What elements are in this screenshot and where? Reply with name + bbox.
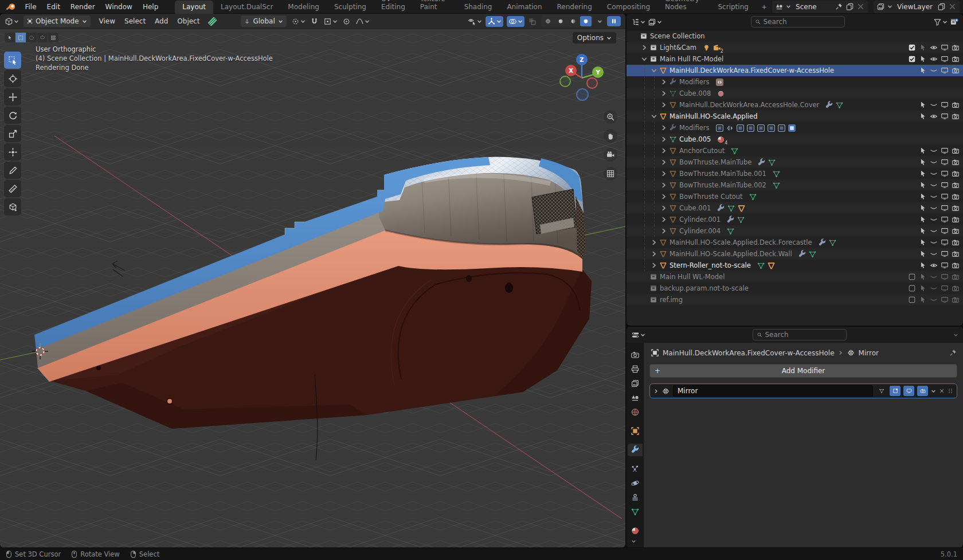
- selectable-toggle[interactable]: [918, 216, 927, 224]
- viewport-options-button[interactable]: Options: [573, 32, 616, 44]
- outliner-row-cube-005[interactable]: Cube.0054: [627, 134, 963, 145]
- disable-viewport-toggle[interactable]: [939, 181, 949, 189]
- measure-tool-button[interactable]: [4, 180, 21, 197]
- disable-viewport-toggle[interactable]: [939, 112, 949, 120]
- workspace-tab-modeling[interactable]: Modeling: [280, 1, 327, 14]
- properties-tab-modifiers[interactable]: [628, 444, 643, 456]
- shading-rendered-button[interactable]: [580, 16, 592, 26]
- workspace-tab-layout[interactable]: Layout: [175, 1, 213, 14]
- disable-viewport-toggle[interactable]: [939, 101, 949, 109]
- transform-tool-button[interactable]: [4, 143, 21, 160]
- mode-dropdown[interactable]: Object Mode: [24, 15, 91, 27]
- outliner-search-input[interactable]: Search: [751, 16, 845, 28]
- exclude-checkbox[interactable]: [907, 296, 917, 304]
- workspace-tab-layout-dualscr[interactable]: Layout.DualScr: [213, 1, 280, 14]
- disable-viewport-toggle[interactable]: [939, 204, 949, 212]
- delete-scene-button[interactable]: [856, 2, 865, 11]
- expand-icon[interactable]: [660, 101, 667, 108]
- selectable-toggle[interactable]: [918, 227, 927, 235]
- viewport-menu-view[interactable]: View: [95, 16, 119, 26]
- hide-viewport-toggle[interactable]: [929, 55, 938, 63]
- hide-viewport-toggle[interactable]: [929, 112, 938, 120]
- disable-viewport-toggle[interactable]: [939, 273, 949, 281]
- hide-viewport-toggle[interactable]: [929, 261, 938, 269]
- disable-render-toggle[interactable]: [950, 66, 960, 75]
- annotation-layer-icon[interactable]: [208, 17, 217, 26]
- selectable-toggle[interactable]: [918, 204, 927, 212]
- selectable-toggle[interactable]: [918, 112, 927, 120]
- properties-tab-world[interactable]: [628, 406, 643, 418]
- disable-viewport-toggle[interactable]: [939, 158, 949, 166]
- toggle-edit-mode-display[interactable]: [890, 386, 901, 396]
- transform-orientation-dropdown[interactable]: Global: [241, 15, 286, 27]
- camera-view-button[interactable]: [604, 148, 617, 162]
- outliner-row-scene-collection[interactable]: Scene Collection: [627, 30, 963, 42]
- disable-viewport-toggle[interactable]: [939, 193, 949, 201]
- selectable-toggle[interactable]: [918, 238, 927, 246]
- view-layer-name[interactable]: ViewLayer: [895, 3, 935, 11]
- outliner-row-modifiers[interactable]: Modifiers: [627, 76, 963, 88]
- exclude-checkbox[interactable]: [907, 55, 917, 63]
- outliner-row-ref-img[interactable]: ref.img: [627, 294, 963, 306]
- hide-viewport-toggle[interactable]: [929, 296, 938, 304]
- menu-edit[interactable]: Edit: [42, 2, 65, 12]
- delete-view-layer-button[interactable]: [948, 2, 957, 11]
- outliner-row-stern-roller-not-to-scale[interactable]: Stern-Roller_not-to-scale: [627, 260, 963, 271]
- pin-icon[interactable]: [949, 348, 957, 357]
- hide-viewport-toggle[interactable]: [929, 44, 938, 52]
- properties-tab-view-layer[interactable]: [628, 377, 643, 390]
- hide-viewport-toggle[interactable]: [929, 170, 938, 178]
- hide-viewport-toggle[interactable]: [929, 101, 938, 109]
- add-cube-tool-button[interactable]: [4, 198, 21, 216]
- hide-viewport-toggle[interactable]: [929, 158, 938, 166]
- snap-settings-dropdown[interactable]: [323, 17, 338, 26]
- scale-tool-button[interactable]: [4, 125, 21, 142]
- pivot-point-dropdown[interactable]: [291, 17, 306, 26]
- outliner-row-mainhull-deckworkarea-fixedcover-w-accesshole[interactable]: MainHull.DeckWorkArea.FixedCover-w-Acces…: [627, 65, 963, 76]
- properties-tab-physics[interactable]: [628, 477, 643, 489]
- expand-icon[interactable]: [651, 250, 657, 257]
- workspace-tab-uv-editing[interactable]: UV Editing: [374, 0, 413, 14]
- expand-icon[interactable]: [651, 113, 657, 120]
- outliner-row-backup-param-not-to-scale[interactable]: backup.param.not-to-scale: [627, 283, 963, 294]
- hide-viewport-toggle[interactable]: [929, 250, 938, 258]
- selectable-toggle[interactable]: [918, 284, 927, 292]
- new-collection-button[interactable]: [950, 18, 958, 26]
- toggle-grid-button[interactable]: [604, 167, 617, 181]
- snap-toggle[interactable]: [310, 17, 319, 26]
- drag-handle-icon[interactable]: [948, 388, 953, 394]
- disable-viewport-toggle[interactable]: [939, 170, 949, 178]
- select-circle-mode-button[interactable]: [26, 33, 37, 42]
- exclude-checkbox[interactable]: [907, 44, 917, 52]
- selectable-toggle[interactable]: [918, 250, 927, 258]
- exclude-checkbox[interactable]: [907, 284, 917, 292]
- expand-icon[interactable]: [660, 216, 667, 223]
- outliner-row-mainhull-ho-scale-applied[interactable]: MainHull.HO-Scale.Applied: [627, 111, 963, 122]
- workspace-tab-shading[interactable]: Shading: [457, 1, 500, 14]
- properties-tab-particles[interactable]: [628, 463, 643, 475]
- hide-viewport-toggle[interactable]: [929, 193, 938, 201]
- workspace-tab-sculpting[interactable]: Sculpting: [327, 1, 374, 14]
- disable-render-toggle[interactable]: [950, 193, 960, 201]
- disable-render-toggle[interactable]: [950, 238, 960, 246]
- disable-render-toggle[interactable]: [950, 158, 960, 166]
- proportional-falloff-dropdown[interactable]: [355, 17, 370, 26]
- expand-icon[interactable]: [660, 79, 667, 85]
- disable-render-toggle[interactable]: [950, 296, 960, 304]
- menu-help[interactable]: Help: [138, 2, 163, 12]
- disable-render-toggle[interactable]: [950, 44, 960, 52]
- show-gizmos-button[interactable]: [486, 16, 503, 27]
- exclude-checkbox[interactable]: [907, 273, 917, 281]
- expand-icon[interactable]: [641, 56, 648, 62]
- workspace-tab-compositing[interactable]: Compositing: [600, 1, 657, 14]
- outliner-display-mode[interactable]: [648, 18, 662, 26]
- disable-viewport-toggle[interactable]: [939, 66, 949, 75]
- new-scene-button[interactable]: [845, 2, 854, 11]
- expand-icon[interactable]: [660, 136, 667, 143]
- gizmo-minus-x[interactable]: [587, 78, 597, 88]
- outliner-row-cube-008[interactable]: Cube.008: [627, 88, 963, 99]
- show-overlays-button[interactable]: [507, 16, 524, 27]
- workspace-tab-rendering[interactable]: Rendering: [550, 1, 600, 14]
- mirror-modifier-panel[interactable]: Mirror: [649, 383, 957, 398]
- outliner-row-bowthruste-cutout[interactable]: BowThruste Cutout: [627, 191, 963, 202]
